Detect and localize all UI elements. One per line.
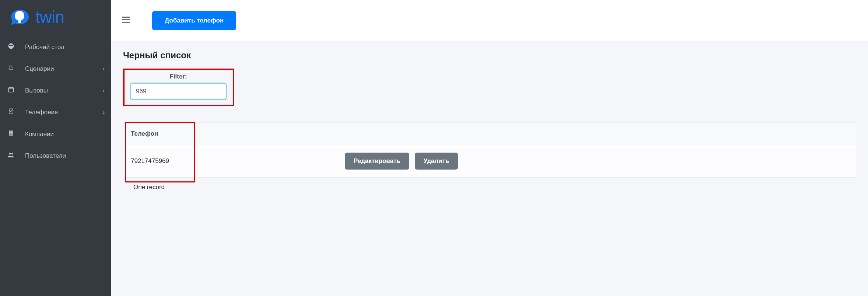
sidebar-item-telephony[interactable]: Телефония › (0, 101, 111, 123)
content: Черный список Filter: Телефон (111, 41, 868, 296)
phone-icon (7, 108, 15, 116)
add-phone-button[interactable]: Добавить телефон (152, 11, 236, 30)
delete-button[interactable]: Удалить (415, 153, 458, 170)
chevron-right-icon: › (103, 66, 105, 72)
menu-toggle-button[interactable] (122, 16, 130, 25)
filter-highlight-box: Filter: (123, 69, 234, 106)
document-icon (7, 65, 15, 73)
sidebar-item-users[interactable]: Пользователи (0, 145, 111, 167)
sidebar-item-label: Рабочий стол (25, 43, 105, 51)
sidebar-item-label: Сценарии (25, 65, 103, 73)
svg-rect-7 (122, 22, 130, 23)
topbar: Добавить телефон (111, 0, 868, 41)
brand-name: twin (35, 7, 64, 27)
page-title: Черный список (123, 50, 856, 60)
sidebar-item-companies[interactable]: Компании (0, 123, 111, 145)
sidebar: twin Рабочий стол Сценарии › Вызовы (0, 0, 111, 296)
sidebar-item-label: Вызовы (25, 87, 103, 94)
calendar-icon (7, 86, 15, 95)
table-section: Телефон 79217475969 Редактировать Удалит… (123, 122, 856, 191)
chevron-right-icon: › (103, 109, 105, 116)
filter-label: Filter: (130, 73, 226, 80)
record-count: One record (123, 178, 856, 191)
dashboard-icon (7, 43, 15, 51)
sidebar-item-label: Компании (25, 130, 105, 138)
sidebar-item-label: Пользователи (25, 152, 105, 160)
svg-rect-5 (122, 17, 130, 18)
svg-rect-6 (122, 19, 130, 20)
cell-phone: 79217475969 (123, 145, 334, 177)
brand-logo-icon (10, 7, 31, 27)
filter-input[interactable] (130, 83, 226, 100)
chevron-right-icon: › (103, 87, 105, 94)
table-row: 79217475969 Редактировать Удалить (123, 145, 856, 177)
edit-button[interactable]: Редактировать (345, 153, 409, 170)
sidebar-item-dashboard[interactable]: Рабочий стол (0, 36, 111, 58)
sidebar-nav: Рабочий стол Сценарии › Вызовы › (0, 36, 111, 167)
building-icon (7, 130, 15, 138)
sidebar-item-calls[interactable]: Вызовы › (0, 80, 111, 101)
separator (141, 13, 141, 28)
users-icon (7, 152, 15, 160)
sidebar-item-label: Телефония (25, 109, 103, 116)
cell-actions: Редактировать Удалить (334, 145, 856, 177)
main: Добавить телефон Черный список Filter: Т… (111, 0, 868, 296)
svg-point-3 (9, 153, 11, 154)
column-header-phone[interactable]: Телефон (123, 123, 334, 145)
sidebar-item-scenarios[interactable]: Сценарии › (0, 58, 111, 80)
column-header-actions (334, 123, 856, 145)
menu-icon (122, 17, 130, 23)
svg-rect-1 (8, 88, 14, 92)
brand-logo[interactable]: twin (0, 0, 111, 36)
svg-point-4 (11, 153, 13, 154)
blacklist-table: Телефон 79217475969 Редактировать Удалит… (123, 123, 856, 177)
